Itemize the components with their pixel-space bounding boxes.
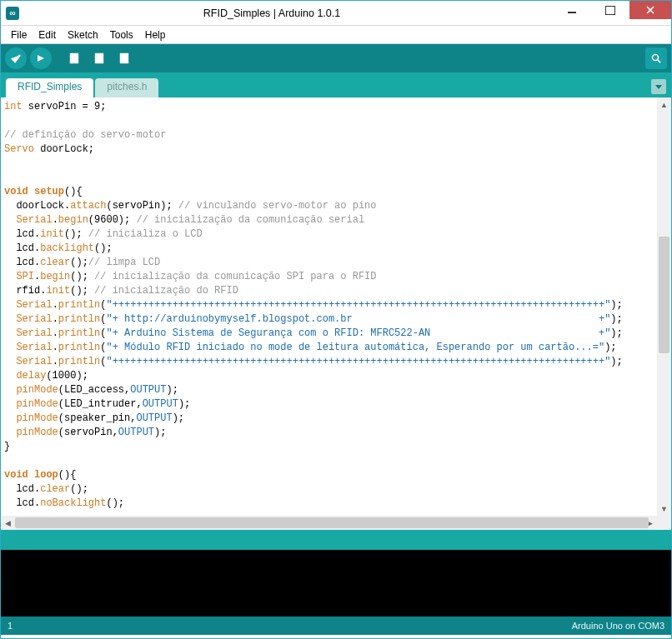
code-editor[interactable]: int servoPin = 9; // definição do servo-… xyxy=(1,97,657,516)
svg-line-12 xyxy=(658,60,660,62)
tabstrip: RFID_Simples pitches.h xyxy=(1,72,671,97)
menu-sketch[interactable]: Sketch xyxy=(62,27,104,42)
status-board-port: Arduino Uno on COM3 xyxy=(572,621,664,631)
scroll-up-arrow[interactable]: ▲ xyxy=(657,97,671,112)
open-button[interactable] xyxy=(88,47,110,69)
svg-point-11 xyxy=(653,55,659,61)
new-button[interactable] xyxy=(63,47,85,69)
tab-rfid-simples[interactable]: RFID_Simples xyxy=(6,78,93,97)
tab-pitches-h[interactable]: pitches.h xyxy=(95,78,158,97)
titlebar: ∞ RFID_Simples | Arduino 1.0.1 xyxy=(1,1,671,26)
menu-tools[interactable]: Tools xyxy=(104,27,139,42)
svg-rect-1 xyxy=(71,54,78,63)
console[interactable] xyxy=(1,550,671,617)
horizontal-scrollbar[interactable]: ◀ ▶ xyxy=(1,516,671,530)
scroll-thumb[interactable] xyxy=(659,237,669,353)
upload-button[interactable] xyxy=(30,47,52,69)
hscroll-track[interactable] xyxy=(15,516,643,530)
window-controls xyxy=(553,1,671,25)
svg-rect-10 xyxy=(123,56,125,60)
hscroll-thumb[interactable] xyxy=(15,517,649,528)
close-button[interactable] xyxy=(629,1,671,19)
vertical-scrollbar[interactable]: ▲ ▼ xyxy=(657,97,671,516)
serial-monitor-button[interactable] xyxy=(645,47,667,69)
svg-marker-0 xyxy=(38,55,44,62)
verify-button[interactable] xyxy=(5,47,27,69)
tab-dropdown-button[interactable] xyxy=(651,79,666,94)
scroll-track[interactable] xyxy=(657,112,671,502)
message-area xyxy=(1,530,671,550)
status-line-number: 1 xyxy=(8,621,13,631)
toolbar xyxy=(1,44,671,72)
editor-area: int servoPin = 9; // definição do servo-… xyxy=(1,97,671,516)
hscroll-left-arrow[interactable]: ◀ xyxy=(1,516,15,530)
menu-help[interactable]: Help xyxy=(139,27,172,42)
window-title: RFID_Simples | Arduino 1.0.1 xyxy=(0,7,553,19)
menu-edit[interactable]: Edit xyxy=(33,27,62,42)
svg-marker-13 xyxy=(655,85,662,89)
menu-file[interactable]: File xyxy=(5,27,33,42)
svg-rect-7 xyxy=(98,57,100,61)
statusbar: 1 Arduino Uno on COM3 xyxy=(1,617,671,635)
menubar: File Edit Sketch Tools Help xyxy=(1,26,671,44)
maximize-button[interactable] xyxy=(591,1,629,19)
save-button[interactable] xyxy=(113,47,135,69)
scroll-down-arrow[interactable]: ▼ xyxy=(657,502,671,516)
minimize-button[interactable] xyxy=(553,1,591,19)
titlebar-left: ∞ RFID_Simples | Arduino 1.0.1 xyxy=(1,1,553,25)
